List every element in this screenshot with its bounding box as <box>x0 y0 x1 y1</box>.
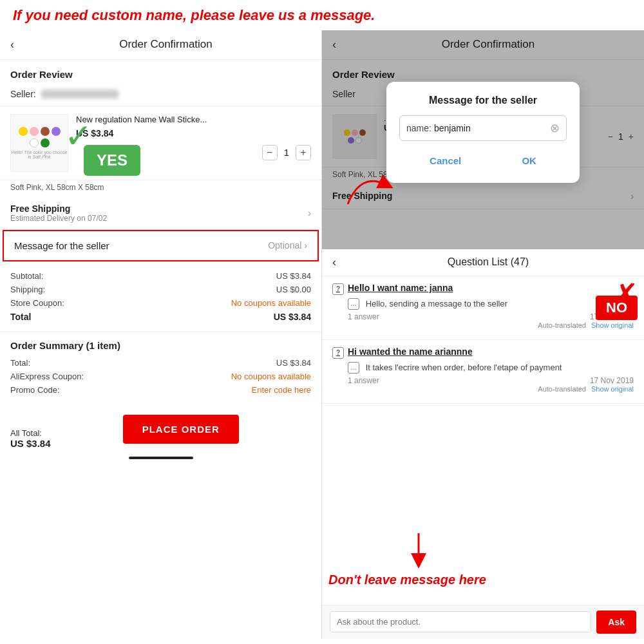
summary-promo-value[interactable]: Enter code here <box>251 385 311 395</box>
ql-title: Question List (47) <box>343 256 634 268</box>
auto-translated-row-2: Auto-translated Show original <box>332 385 634 397</box>
sticker-6 <box>41 138 50 147</box>
ql-header: ‹ Question List (47) <box>322 249 644 276</box>
store-coupon-value[interactable]: No coupons available <box>231 298 311 308</box>
modal-box: Message for the seller name: ⊗ Cancel OK <box>386 82 580 183</box>
modal-cancel-btn[interactable]: Cancel <box>417 151 474 170</box>
modal-title: Message for the seller <box>399 95 567 106</box>
modal-ok-btn[interactable]: OK <box>509 151 549 170</box>
ask-bar: Ask <box>322 605 644 639</box>
ql-back-button[interactable]: ‹ <box>332 256 336 269</box>
all-total-info: All Total: US $3.84 <box>10 428 51 449</box>
top-banner: If you need custom name, please leave us… <box>0 0 644 30</box>
dont-leave-text: Don't leave message here <box>328 573 486 587</box>
message-seller-row[interactable]: Message for the seller Optional › <box>3 230 319 261</box>
modal-input-field[interactable] <box>434 123 550 133</box>
subtotal-row: Subtotal: US $3.84 <box>10 269 311 283</box>
auto-translated-row-1: Auto-translated Show original <box>332 321 634 333</box>
summary-promo-label: Promo Code: <box>10 385 60 395</box>
place-order-button[interactable]: PLACE ORDER <box>123 415 239 444</box>
banner-text: If you need custom name, please leave us… <box>13 6 631 25</box>
question-list-panel: ‹ Question List (47) ? Hello I want name… <box>322 249 644 639</box>
answer-icon-2: … <box>348 362 359 374</box>
store-coupon-row: Store Coupon: No coupons available <box>10 296 311 310</box>
question-text-2: ? Hi wanted the name ariannne <box>332 346 634 359</box>
modal-input-row[interactable]: name: ⊗ <box>399 115 567 141</box>
message-seller-label: Message for the seller <box>14 240 109 251</box>
summary-total-label: Total: <box>10 358 30 368</box>
right-red-arrow <box>399 530 438 571</box>
sticker-2 <box>30 127 39 136</box>
answer-meta-2: 1 answer 17 Nov 2019 <box>332 376 634 385</box>
question-item-1: ? Hello I want name: janna … Hello, send… <box>322 276 644 340</box>
show-original-link-2[interactable]: Show original <box>591 385 634 393</box>
left-panel: ‹ Order Confirmation Order Review Seller… <box>0 30 322 639</box>
modal-input-prefix: name: <box>406 123 431 133</box>
seller-row: Seller: <box>0 85 321 106</box>
order-review-label: Order Review <box>0 60 321 85</box>
summary-ali-coupon-label: AliExpress Coupon: <box>10 372 84 381</box>
subtotal-label: Subtotal: <box>10 271 43 281</box>
seller-label: Seller: <box>10 89 36 99</box>
answer-meta-1: 1 answer 17 Nov 2019 <box>332 312 634 321</box>
q-icon-2: ? <box>332 347 344 359</box>
q-icon-1: ? <box>332 283 344 295</box>
store-coupon-label: Store Coupon: <box>10 298 64 308</box>
shipping-chevron-icon: › <box>308 207 311 219</box>
left-panel-title: Order Confirmation <box>21 38 311 51</box>
message-chevron-icon: › <box>304 240 307 251</box>
answer-text-1: … Hello, sending a message to the seller <box>332 298 634 310</box>
auto-trans-label-2: Auto-translated <box>538 385 586 393</box>
qty-increase-btn[interactable]: + <box>296 145 311 160</box>
product-row: Hello! The color you choose is Soft Pink… <box>0 106 321 180</box>
shipping-cost-row: Shipping: US $0.00 <box>10 283 311 296</box>
total-label: Total <box>10 312 31 322</box>
question-text-1: ? Hello I want name: janna <box>332 283 634 295</box>
qty-value: 1 <box>284 147 289 158</box>
back-button-left[interactable]: ‹ <box>10 38 14 52</box>
sticker-1 <box>19 127 28 136</box>
summary-total-row: Total: US $3.84 <box>10 356 311 370</box>
summary-ali-coupon-value[interactable]: No coupons available <box>231 372 311 381</box>
modal-clear-icon[interactable]: ⊗ <box>550 121 560 135</box>
sticker-5 <box>30 138 39 147</box>
subtotal-value: US $3.84 <box>276 271 311 281</box>
answer-date-2: 17 Nov 2019 <box>590 376 634 385</box>
bottom-divider <box>129 457 193 459</box>
product-variant: Soft Pink, XL 58cm X 58cm <box>0 180 321 197</box>
ask-input-field[interactable] <box>330 611 591 632</box>
sticker-3 <box>41 127 50 136</box>
answer-icon-1: … <box>348 298 359 310</box>
all-total-row: All Total: US $3.84 PLACE ORDER <box>0 404 321 451</box>
summary-ali-coupon-row: AliExpress Coupon: No coupons available <box>10 370 311 383</box>
message-optional-label: Optional › <box>268 240 307 251</box>
product-image: Hello! The color you choose is Soft Pink <box>10 114 68 172</box>
order-summary-title: Order Summary (1 item) <box>10 340 311 351</box>
all-total-price: US $3.84 <box>10 438 51 449</box>
summary-total-value: US $3.84 <box>276 358 311 368</box>
all-total-label: All Total: <box>10 428 51 438</box>
show-original-link-1[interactable]: Show original <box>591 321 634 329</box>
modal-actions: Cancel OK <box>399 151 567 170</box>
totals-section: Subtotal: US $3.84 Shipping: US $0.00 St… <box>0 261 321 332</box>
shipping-subtitle: Estimated Delivery on 07/02 <box>10 214 107 223</box>
total-row: Total US $3.84 <box>10 310 311 324</box>
shipping-cost-value: US $0.00 <box>276 285 311 294</box>
ask-button[interactable]: Ask <box>596 611 636 634</box>
shipping-cost-label: Shipping: <box>10 285 45 294</box>
qty-decrease-btn[interactable]: − <box>262 145 278 160</box>
product-price: US $3.84 <box>76 128 311 138</box>
yes-badge: YES <box>84 145 140 176</box>
auto-trans-label-1: Auto-translated <box>538 321 586 329</box>
order-summary-section: Order Summary (1 item) Total: US $3.84 A… <box>0 332 321 404</box>
answer-count-2: 1 answer <box>348 376 379 385</box>
summary-promo-row: Promo Code: Enter code here <box>10 383 311 397</box>
no-badge: NO <box>596 296 638 320</box>
product-title: New regulation Name Wall Sticke... <box>76 114 311 126</box>
shipping-row: Free Shipping Estimated Delivery on 07/0… <box>0 197 321 230</box>
modal-overlay: Message for the seller name: ⊗ Cancel OK <box>322 30 644 249</box>
shipping-info: Free Shipping Estimated Delivery on 07/0… <box>10 204 107 223</box>
sticker-4 <box>52 127 61 136</box>
left-panel-header: ‹ Order Confirmation <box>0 30 321 60</box>
total-value: US $3.84 <box>274 312 311 322</box>
